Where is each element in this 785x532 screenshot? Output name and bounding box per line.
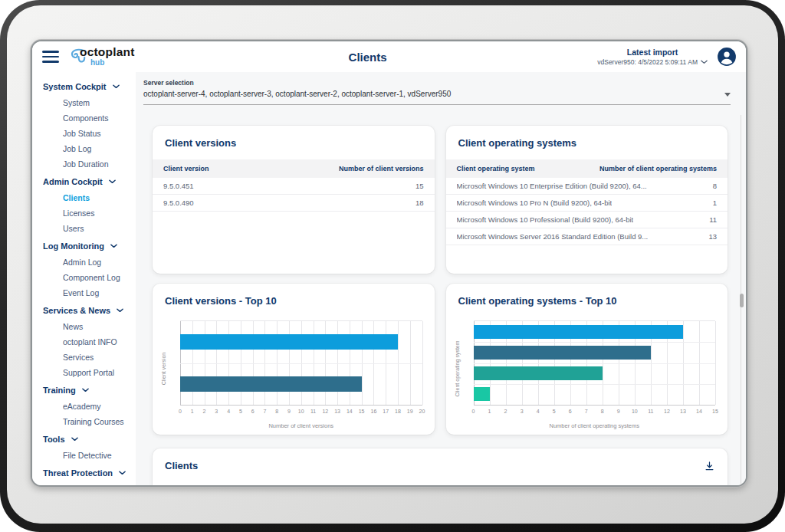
sidebar-section-log-monitoring[interactable]: Log Monitoring [32,236,136,255]
sidebar-item-users[interactable]: Users [32,221,136,236]
server-selection[interactable]: Server selection octoplant-server-4, oct… [143,79,731,105]
chevron-down-icon [113,84,120,89]
tick-label: 6 [569,409,572,414]
card-title: Clients [165,459,198,473]
sidebar-section-services-news[interactable]: Services & News [32,300,136,319]
tick-label: 17 [383,409,389,414]
octoplant-logo: octoplant hub [68,44,142,70]
sidebar-item-licenses[interactable]: Licenses [32,205,136,221]
sidebar-item-news[interactable]: News [32,319,136,334]
tick-label: 10 [298,409,304,414]
sidebar-item-job-duration[interactable]: Job Duration [32,156,136,172]
card-client-operating-systems: Client operating systems Client operatin… [446,126,728,274]
sidebar-item-event-log[interactable]: Event Log [32,285,136,300]
gridline [422,321,423,405]
tick-label: 6 [251,409,255,414]
download-button[interactable] [704,461,715,472]
tick-label: 7 [263,409,266,414]
tick-label: 2 [504,409,507,414]
sidebar-item-octoplant-info[interactable]: octoplant INFO [32,334,136,350]
latest-import-value: vdServer950: 4/5/2022 5:09:11 AM [597,58,698,66]
column-header-number-of-client-operating-systems: Number of client operating systems [599,165,717,172]
tick-label: 8 [601,409,604,414]
tick-label: 4 [537,409,540,414]
menu-icon[interactable] [42,51,59,63]
sidebar-item-admin-log[interactable]: Admin Log [32,255,136,270]
sidebar-section-label: Tools [43,435,65,444]
sidebar-item-component-log[interactable]: Component Log [32,270,136,285]
card-title: Client versions - Top 10 [153,284,435,317]
cell-value: 1 [713,199,717,207]
cell-value: 8 [713,182,717,190]
chevron-down-icon [701,60,708,64]
sidebar-item-system[interactable]: System [32,95,136,110]
card-client-versions: Client versions Client version Number of… [153,126,435,274]
sidebar-section-label: Services & News [43,306,110,315]
chart-plot-area [180,320,422,406]
sidebar-section-label: Training [43,386,76,395]
sidebar-section-label: Log Monitoring [43,241,104,251]
sidebar-item-asset-inventory-service[interactable]: Asset Inventory Service [32,481,136,485]
sidebar-item-services[interactable]: Services [32,350,136,365]
card-title: Client versions [153,126,435,159]
bar-microsoft-windows-10-pro-n-build-9200-64-bit [474,387,490,401]
sidebar-section-tools[interactable]: Tools [32,429,136,448]
table-body: 9.5.0.451159.5.0.49018 [153,178,435,212]
sidebar-item-job-log[interactable]: Job Log [32,141,136,156]
sidebar-section-system-cockpit[interactable]: System Cockpit [32,77,136,95]
sidebar-item-eacademy[interactable]: eAcademy [32,399,136,414]
tick-label: 11 [310,409,316,414]
cell-value: 11 [709,215,717,224]
tick-label: 9 [287,409,291,414]
cell-value: 18 [415,199,424,207]
tick-label: 9 [617,409,620,414]
tick-label: 3 [521,409,524,414]
x-axis-label: Number of client operating systems [474,422,716,429]
sidebar-item-file-detective[interactable]: File Detective [32,448,136,463]
tick-label: 18 [395,409,401,414]
sidebar-item-components[interactable]: Components [32,110,136,126]
download-icon [704,461,715,472]
tick-label: 1 [191,409,194,414]
table-row: Microsoft Windows 10 Enterprise Edition … [446,178,728,195]
app-window: octoplant hub Clients Latest import vdSe… [31,40,747,487]
tick-label: 5 [239,409,242,414]
main-content: Server selection octoplant-server-4, oct… [136,72,746,485]
bar-9-5-0-451 [180,376,362,392]
chevron-down-icon [110,244,117,248]
tick-label: 1 [488,409,491,414]
user-avatar-icon[interactable] [717,47,737,67]
sidebar-section-threat-protection[interactable]: Threat Protection [32,463,136,481]
column-header-number-of-client-versions: Number of client versions [339,165,424,172]
tick-label: 10 [632,409,638,414]
page-title: Clients [349,51,387,64]
table-row: Microsoft Windows 10 Professional (Build… [446,212,728,228]
sidebar-item-support-portal[interactable]: Support Portal [32,365,136,380]
table-header: ServerClient computer nameClient operati… [153,481,728,485]
tick-label: 0 [179,409,182,414]
app-header: octoplant hub Clients Latest import vdSe… [32,41,746,72]
client-versions-chart: Client version01234567891011121314151617… [153,317,435,435]
sidebar-item-job-status[interactable]: Job Status [32,126,136,141]
sidebar-item-training-courses[interactable]: Training Courses [32,414,136,429]
tick-label: 5 [553,409,556,414]
tick-label: 20 [419,409,425,414]
latest-import-dropdown[interactable]: Latest import vdServer950: 4/5/2022 5:09… [597,48,708,66]
sidebar-section-admin-cockpit[interactable]: Admin Cockpit [32,172,136,190]
sidebar-section-label: Admin Cockpit [43,177,103,186]
table-body: Microsoft Windows 10 Enterprise Edition … [446,178,728,245]
tick-label: 13 [680,409,686,414]
card-chart-client-operating-systems: Client operating systems - Top 10 Client… [446,284,728,435]
tick-label: 3 [215,409,218,414]
chevron-down-icon [117,308,123,313]
tick-label: 14 [347,409,353,414]
tablet-bezel: octoplant hub Clients Latest import vdSe… [0,0,785,532]
tick-label: 8 [275,409,278,414]
sidebar-item-clients[interactable]: Clients [32,190,136,205]
cell-label: Microsoft Windows 10 Pro N (Build 9200),… [457,199,613,207]
scrollbar-thumb[interactable] [740,294,744,307]
sidebar-section-training[interactable]: Training [32,380,136,399]
server-selection-label: Server selection [143,79,731,87]
cell-value: 15 [415,182,424,190]
chevron-down-icon [119,471,126,475]
